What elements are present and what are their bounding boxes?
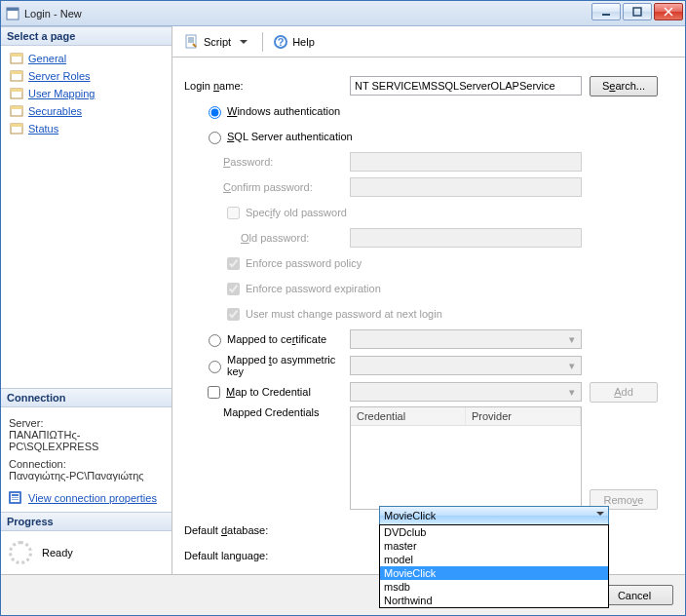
login-dialog-window: Login - New Select a page General Server…	[0, 0, 686, 616]
enforce-exp-checkbox	[227, 283, 240, 295]
add-button: Add	[590, 382, 658, 403]
mapped-asym-radio[interactable]	[209, 361, 221, 373]
mapped-credentials-grid[interactable]: Credential Provider	[350, 406, 582, 510]
page-label: Status	[28, 123, 58, 135]
svg-rect-9	[11, 71, 22, 74]
help-button[interactable]: ? Help	[269, 32, 319, 52]
specify-old-row: Specify old password	[184, 204, 438, 222]
maximize-button[interactable]	[623, 3, 652, 20]
page-server-roles[interactable]: Server Roles	[5, 67, 168, 85]
default-database-selected: MovieClick	[384, 510, 436, 521]
password-input	[350, 152, 582, 172]
enforce-exp-row: Enforce password expiration	[184, 280, 496, 298]
enforce-exp-label: Enforce password expiration	[246, 283, 381, 294]
credential-select: ▾	[350, 382, 582, 402]
connection-header: Connection	[1, 388, 172, 407]
chevron-down-icon: ▾	[564, 385, 579, 400]
page-icon	[9, 51, 24, 66]
mapped-asym-label: Mapped to asymmetric key	[227, 354, 350, 377]
help-icon: ?	[273, 34, 288, 50]
main-panel: Script ? Help Login name: Search...	[172, 26, 685, 574]
mapped-credentials-label: Mapped Credentials	[184, 406, 350, 418]
connection-value: Παναγιώτης-PC\Παναγιώτης	[9, 470, 164, 481]
properties-icon	[9, 491, 24, 504]
page-icon	[9, 68, 24, 84]
progress-text: Ready	[42, 547, 73, 558]
minimize-button[interactable]	[591, 3, 621, 20]
page-label: Server Roles	[28, 70, 91, 82]
default-database-dropdown[interactable]: DVDclub master model MovieClick msdb Nor…	[379, 524, 609, 608]
script-button[interactable]: Script	[180, 32, 235, 52]
sql-auth-radio-row[interactable]: SQL Server authentication	[184, 129, 438, 144]
default-database-label: Default database:	[184, 524, 350, 536]
mapped-cert-label: Mapped to certificate	[227, 333, 326, 345]
confirm-password-label: Confirm password:	[184, 181, 350, 193]
svg-rect-3	[633, 8, 641, 16]
close-button[interactable]	[654, 3, 683, 20]
svg-rect-11	[11, 89, 22, 92]
enforce-policy-row: Enforce password policy	[184, 254, 496, 273]
page-label: Securables	[28, 105, 82, 117]
help-label: Help	[292, 36, 315, 48]
specify-old-label: Specify old password	[246, 207, 347, 218]
page-icon	[9, 86, 24, 101]
toolbar: Script ? Help	[172, 26, 685, 58]
map-cred-label: Map to Credential	[226, 386, 311, 398]
page-securables[interactable]: Securables	[5, 102, 168, 120]
map-cred-checkbox[interactable]	[208, 386, 220, 399]
dropdown-option-selected[interactable]: MovieClick	[380, 566, 608, 580]
svg-rect-20	[12, 499, 19, 500]
connection-label: Connection:	[9, 458, 164, 470]
page-label: User Mapping	[28, 88, 95, 99]
svg-rect-15	[11, 124, 22, 127]
sql-auth-radio[interactable]	[209, 132, 221, 144]
form-area: Login name: Search... Windows authentica…	[172, 58, 685, 566]
titlebar[interactable]: Login - New	[1, 1, 685, 26]
old-password-input	[350, 228, 582, 248]
provider-column-header: Provider	[466, 407, 581, 425]
dropdown-option[interactable]: Northwind	[380, 594, 608, 607]
map-cred-row[interactable]: Map to Credential	[184, 383, 350, 402]
progress-spinner-icon	[9, 541, 32, 564]
credential-column-header: Credential	[351, 407, 466, 425]
svg-text:?: ?	[278, 36, 285, 48]
page-label: General	[28, 53, 66, 64]
svg-rect-7	[11, 54, 22, 57]
view-connection-properties-link[interactable]: View connection properties	[9, 491, 157, 504]
window-title: Login - New	[24, 8, 82, 19]
page-status[interactable]: Status	[5, 120, 168, 137]
page-list: General Server Roles User Mapping Secura…	[1, 46, 172, 141]
mapped-asym-row[interactable]: Mapped to asymmetric key	[184, 354, 350, 377]
password-label: Password:	[184, 156, 350, 168]
page-user-mapping[interactable]: User Mapping	[5, 85, 168, 102]
script-dropdown-arrow[interactable]	[239, 34, 248, 50]
dropdown-option[interactable]: model	[380, 553, 608, 566]
toolbar-separator	[262, 32, 263, 52]
svg-rect-18	[12, 494, 19, 496]
connection-section: Server: ΠΑΝΑΠΙΩΤΗς-PC\SQLEXPRESS Connect…	[1, 407, 172, 512]
windows-auth-label: Windows authentication	[227, 105, 340, 117]
enforce-policy-checkbox	[227, 257, 240, 270]
page-general[interactable]: General	[5, 50, 168, 67]
windows-auth-radio-row[interactable]: Windows authentication	[184, 103, 350, 119]
dropdown-option[interactable]: DVDclub	[380, 525, 608, 539]
select-page-header: Select a page	[1, 26, 172, 46]
server-value: ΠΑΝΑΠΙΩΤΗς-PC\SQLEXPRESS	[9, 429, 164, 452]
svg-rect-19	[12, 497, 19, 498]
specify-old-checkbox	[227, 207, 240, 219]
default-database-select[interactable]: MovieClick	[379, 506, 609, 525]
asymmetric-key-select: ▾	[350, 356, 582, 375]
mapped-cert-radio[interactable]	[209, 334, 221, 347]
server-label: Server:	[9, 417, 164, 429]
dropdown-option[interactable]: msdb	[380, 580, 608, 594]
windows-auth-radio[interactable]	[209, 106, 221, 119]
dropdown-option[interactable]: master	[380, 539, 608, 553]
search-button[interactable]: Search...	[590, 76, 658, 96]
page-icon	[9, 121, 24, 136]
mapped-cert-row[interactable]: Mapped to certificate	[184, 331, 350, 347]
default-language-label: Default language:	[184, 550, 350, 561]
progress-header: Progress	[1, 512, 172, 531]
sql-auth-label: SQL Server authentication	[227, 131, 353, 142]
login-name-label: Login name:	[184, 80, 350, 92]
login-name-input[interactable]	[350, 76, 582, 96]
